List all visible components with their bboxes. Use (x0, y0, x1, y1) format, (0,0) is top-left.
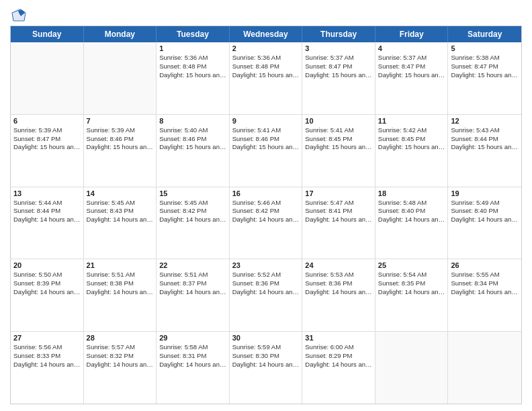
sunset-line: Sunset: 8:30 PM (232, 352, 300, 361)
day-8: 8Sunrise: 5:40 AMSunset: 8:46 PMDaylight… (157, 115, 230, 187)
daylight-line: Daylight: 14 hours and 44 minutes. (232, 288, 300, 297)
calendar: SundayMondayTuesdayWednesdayThursdayFrid… (10, 26, 522, 404)
daylight-line: Daylight: 15 hours and 11 minutes. (232, 71, 300, 80)
daylight-line: Daylight: 14 hours and 32 minutes. (159, 361, 226, 369)
daylight-line: Daylight: 14 hours and 59 minutes. (13, 216, 81, 224)
day-number: 6 (13, 117, 81, 125)
sunrise-line: Sunrise: 5:39 AM (13, 126, 81, 135)
sunrise-line: Sunrise: 5:37 AM (378, 54, 445, 62)
daylight-line: Daylight: 14 hours and 28 minutes. (305, 361, 372, 369)
sunset-line: Sunset: 8:47 PM (378, 62, 445, 71)
day-number: 19 (451, 189, 519, 197)
sunset-line: Sunset: 8:38 PM (87, 279, 154, 288)
sunrise-line: Sunrise: 5:48 AM (378, 199, 445, 208)
daylight-line: Daylight: 15 hours and 5 minutes. (159, 143, 226, 152)
sunrise-line: Sunrise: 5:45 AM (159, 199, 226, 208)
day-number: 20 (13, 261, 81, 269)
day-29: 29Sunrise: 5:58 AMSunset: 8:31 PMDayligh… (157, 332, 230, 404)
day-12: 12Sunrise: 5:43 AMSunset: 8:44 PMDayligh… (448, 115, 521, 187)
sunrise-line: Sunrise: 5:59 AM (232, 343, 300, 352)
header-day-thursday: Thursday (302, 26, 375, 42)
sunset-line: Sunset: 8:36 PM (232, 279, 300, 288)
sunrise-line: Sunrise: 5:55 AM (451, 271, 519, 279)
sunrise-line: Sunrise: 5:39 AM (87, 126, 154, 135)
day-number: 15 (159, 189, 226, 197)
day-19: 19Sunrise: 5:49 AMSunset: 8:40 PMDayligh… (448, 187, 521, 259)
empty-cell (84, 42, 157, 114)
sunrise-line: Sunrise: 5:46 AM (232, 199, 300, 208)
sunrise-line: Sunrise: 5:44 AM (13, 199, 81, 208)
sunset-line: Sunset: 8:48 PM (232, 62, 300, 71)
sunset-line: Sunset: 8:40 PM (451, 207, 519, 216)
daylight-line: Daylight: 15 hours and 2 minutes. (378, 143, 445, 152)
day-17: 17Sunrise: 5:47 AMSunset: 8:41 PMDayligh… (302, 187, 375, 259)
header-day-sunday: Sunday (11, 26, 84, 42)
header-day-monday: Monday (84, 26, 157, 42)
day-13: 13Sunrise: 5:44 AMSunset: 8:44 PMDayligh… (11, 187, 84, 259)
daylight-line: Daylight: 15 hours and 1 minute. (451, 143, 519, 152)
day-30: 30Sunrise: 5:59 AMSunset: 8:30 PMDayligh… (230, 332, 303, 404)
daylight-line: Daylight: 14 hours and 42 minutes. (305, 288, 372, 297)
daylight-line: Daylight: 14 hours and 58 minutes. (87, 216, 154, 224)
empty-cell (448, 332, 521, 404)
sunrise-line: Sunrise: 5:41 AM (232, 126, 300, 135)
sunset-line: Sunset: 8:47 PM (451, 62, 519, 71)
sunrise-line: Sunrise: 5:36 AM (232, 54, 300, 62)
sunrise-line: Sunrise: 5:41 AM (305, 126, 372, 135)
sunrise-line: Sunrise: 5:43 AM (451, 126, 519, 135)
sunrise-line: Sunrise: 5:56 AM (13, 343, 81, 352)
day-24: 24Sunrise: 5:53 AMSunset: 8:36 PMDayligh… (302, 259, 375, 331)
calendar-header: SundayMondayTuesdayWednesdayThursdayFrid… (11, 26, 521, 42)
logo (10, 7, 26, 20)
day-number: 10 (305, 117, 372, 125)
day-14: 14Sunrise: 5:45 AMSunset: 8:43 PMDayligh… (84, 187, 157, 259)
sunrise-line: Sunrise: 5:40 AM (159, 126, 226, 135)
sunset-line: Sunset: 8:45 PM (378, 135, 445, 144)
day-7: 7Sunrise: 5:39 AMSunset: 8:46 PMDaylight… (84, 115, 157, 187)
sunrise-line: Sunrise: 5:47 AM (305, 199, 372, 208)
sunset-line: Sunset: 8:39 PM (13, 279, 81, 288)
sunset-line: Sunset: 8:47 PM (13, 135, 81, 144)
day-number: 24 (305, 261, 372, 269)
sunset-line: Sunset: 8:32 PM (87, 352, 154, 361)
sunrise-line: Sunrise: 5:54 AM (378, 271, 445, 279)
day-number: 14 (87, 189, 154, 197)
sunset-line: Sunset: 8:46 PM (87, 135, 154, 144)
day-6: 6Sunrise: 5:39 AMSunset: 8:47 PMDaylight… (11, 115, 84, 187)
day-22: 22Sunrise: 5:51 AMSunset: 8:37 PMDayligh… (157, 259, 230, 331)
daylight-line: Daylight: 15 hours and 4 minutes. (232, 143, 300, 152)
day-number: 7 (87, 117, 154, 125)
day-2: 2Sunrise: 5:36 AMSunset: 8:48 PMDaylight… (230, 42, 303, 114)
day-number: 21 (87, 261, 154, 269)
day-number: 3 (305, 44, 372, 52)
daylight-line: Daylight: 14 hours and 49 minutes. (13, 288, 81, 297)
sunset-line: Sunset: 8:45 PM (305, 135, 372, 144)
calendar-week-4: 20Sunrise: 5:50 AMSunset: 8:39 PMDayligh… (11, 259, 521, 332)
day-9: 9Sunrise: 5:41 AMSunset: 8:46 PMDaylight… (230, 115, 303, 187)
calendar-week-1: 1Sunrise: 5:36 AMSunset: 8:48 PMDaylight… (11, 42, 521, 115)
sunset-line: Sunset: 8:29 PM (305, 352, 372, 361)
calendar-week-5: 27Sunrise: 5:56 AMSunset: 8:33 PMDayligh… (11, 332, 521, 404)
sunset-line: Sunset: 8:43 PM (87, 207, 154, 216)
daylight-line: Daylight: 14 hours and 47 minutes. (87, 288, 154, 297)
day-number: 13 (13, 189, 81, 197)
day-20: 20Sunrise: 5:50 AMSunset: 8:39 PMDayligh… (11, 259, 84, 331)
day-number: 17 (305, 189, 372, 197)
day-number: 8 (159, 117, 226, 125)
sunset-line: Sunset: 8:41 PM (305, 207, 372, 216)
daylight-line: Daylight: 14 hours and 52 minutes. (378, 216, 445, 224)
sunset-line: Sunset: 8:47 PM (305, 62, 372, 71)
daylight-line: Daylight: 15 hours and 6 minutes. (87, 143, 154, 152)
day-number: 22 (159, 261, 226, 269)
daylight-line: Daylight: 14 hours and 45 minutes. (159, 288, 226, 297)
sunset-line: Sunset: 8:40 PM (378, 207, 445, 216)
day-number: 31 (305, 334, 372, 342)
day-16: 16Sunrise: 5:46 AMSunset: 8:42 PMDayligh… (230, 187, 303, 259)
daylight-line: Daylight: 15 hours and 3 minutes. (305, 143, 372, 152)
day-number: 18 (378, 189, 445, 197)
day-number: 2 (232, 44, 300, 52)
empty-cell (11, 42, 84, 114)
day-26: 26Sunrise: 5:55 AMSunset: 8:34 PMDayligh… (448, 259, 521, 331)
day-23: 23Sunrise: 5:52 AMSunset: 8:36 PMDayligh… (230, 259, 303, 331)
daylight-line: Daylight: 15 hours and 10 minutes. (305, 71, 372, 80)
